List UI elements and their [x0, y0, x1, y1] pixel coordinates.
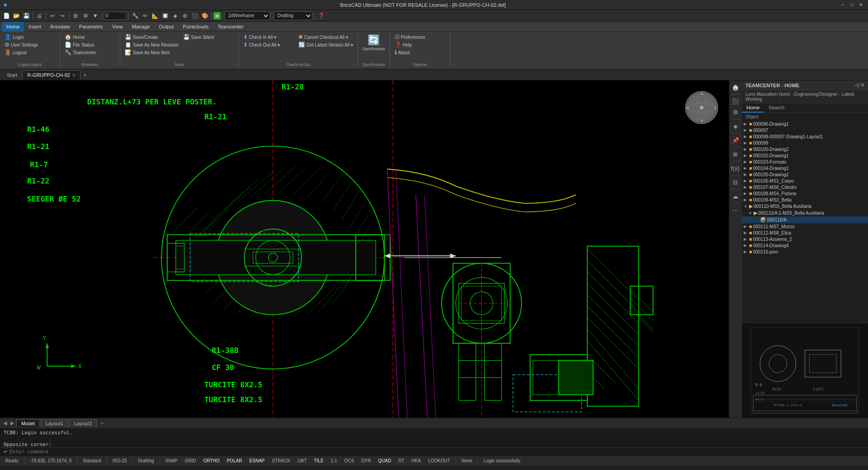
menu-teamcenter[interactable]: Teamcenter — [213, 22, 248, 32]
tc-item-000109[interactable]: ▶ ■ 000109-MS3_Bella — [742, 197, 868, 203]
command-input[interactable] — [9, 449, 864, 455]
more-tools-button[interactable]: ▼ — [91, 11, 100, 20]
help-btn[interactable]: ❓ — [316, 11, 326, 20]
tile-btn[interactable]: TILE — [312, 458, 325, 463]
synchronize-btn[interactable]: 🔄 Synchronize — [361, 33, 387, 52]
tools-4[interactable]: 🔲 — [160, 11, 170, 20]
tools-8[interactable]: 🎨 — [200, 11, 209, 20]
tools-2[interactable]: ✏ — [141, 11, 150, 20]
tc-tree-scroll[interactable]: ▶ ■ 000096-Drawing1 ▶ ■ 000097 ▶ ■ 00009… — [742, 121, 868, 323]
tc-item-000110-a1[interactable]: ▼ ▶ 000110/A:1-MS5_Bella Ausiliaria — [742, 210, 868, 216]
rt-pin-btn[interactable]: 📌 — [731, 135, 741, 145]
preferences-btn[interactable]: ☑ Preferences — [393, 33, 447, 41]
tc-item-000115[interactable]: ▶ ■ 000115-pino — [742, 249, 868, 255]
menu-annotate[interactable]: Annotate — [46, 22, 75, 32]
rt-layers-btn[interactable]: ⬛ — [731, 96, 741, 106]
tc-item-000102[interactable]: ▶ ■ 000102-Drawing1 — [742, 152, 868, 159]
save-button[interactable]: 💾 — [22, 11, 31, 20]
save-as-item-btn[interactable]: 📝 Save As New Item — [123, 49, 180, 56]
layout-add-button[interactable]: + — [98, 419, 106, 428]
rt-grid-btn[interactable]: ⊞ — [731, 149, 741, 159]
check-in-all-btn[interactable]: ⬇ Check In All ▾ — [241, 33, 296, 41]
tc-item-000105[interactable]: ▶ ■ 000105-Drawing2 — [742, 171, 868, 178]
tools-3[interactable]: 📐 — [151, 11, 160, 20]
tab-add-button[interactable]: + — [80, 70, 90, 80]
tc-item-000110-a-selected[interactable]: 📦 000110/A — [742, 216, 868, 223]
menu-parametric[interactable]: Parametric — [75, 22, 108, 32]
tools-1[interactable]: 🔧 — [131, 11, 140, 20]
standard-btn[interactable]: Standard — [81, 458, 103, 463]
close-button[interactable]: ✕ — [857, 1, 864, 9]
user-settings-btn[interactable]: ⚙ User Settings — [3, 41, 57, 48]
tc-item-000107[interactable]: ▶ ■ 000107-MS6_Cilindro — [742, 184, 868, 190]
tc-item-000103[interactable]: ▶ ■ 000103-Formato — [742, 159, 868, 165]
check-out-all-btn[interactable]: ⬆ Check Out All ▾ — [241, 41, 296, 48]
tab-r-gruppo-close[interactable]: ✕ — [72, 73, 75, 78]
snap-btn[interactable]: SNAP — [164, 458, 179, 463]
rt-table-btn[interactable]: ⊟ — [731, 177, 741, 187]
tools-7[interactable]: ⬛ — [190, 11, 199, 20]
about-btn[interactable]: ℹ About — [393, 49, 447, 56]
lookout-btn[interactable]: LOOKOUT — [426, 458, 452, 463]
settings-button[interactable]: ⚙ — [81, 11, 90, 20]
save-silent-btn[interactable]: 💾 Save Silent — [181, 33, 236, 41]
rt-settings-btn[interactable]: ⚙ — [731, 107, 741, 117]
drafting-selector[interactable]: Drafting 3D Modeling — [274, 11, 312, 20]
cad-viewport[interactable]: DISTANZ.L+73 PER LEVE POSTER. R1-21 R1-2… — [0, 80, 729, 418]
menu-home[interactable]: Home — [2, 22, 24, 32]
save-as-revision-btn[interactable]: 📋 Save As New Revision — [123, 41, 180, 48]
dyn-btn[interactable]: DYN — [359, 458, 373, 463]
snap-button[interactable]: ⊞ — [71, 11, 80, 20]
tc-item-000100[interactable]: ▶ ■ 000100-Drawing2 — [742, 146, 868, 152]
layer-input[interactable] — [104, 12, 127, 20]
new-button[interactable]: 📄 — [2, 11, 11, 20]
tc-item-000108[interactable]: ▶ ■ 000108-MS4_Pistone — [742, 190, 868, 197]
quad-btn[interactable]: QUAD — [376, 458, 393, 463]
undo-button[interactable]: ↩ — [48, 11, 57, 20]
tc-item-000113[interactable]: ▶ ■ 000113-Assieme_2 — [742, 236, 868, 242]
tc-item-000097[interactable]: ▶ ■ 000097 — [742, 127, 868, 133]
cancel-checkout-btn[interactable]: ✖ Cancel Checkout All ▾ — [297, 33, 355, 41]
restore-button[interactable]: □ — [848, 1, 855, 9]
tab-start[interactable]: Start — [2, 70, 22, 80]
polar-btn[interactable]: POLAR — [225, 458, 244, 463]
layout-next-btn[interactable]: ▶ — [9, 420, 15, 426]
scale-btn[interactable]: 1:1 — [329, 458, 339, 463]
tab-r-gruppo[interactable]: R-GRUPPO-CH-02 ✕ — [22, 70, 80, 80]
tc-item-000114[interactable]: ▶ ■ 000114-Drawing4 — [742, 242, 868, 249]
help-options-btn[interactable]: ❓ Help — [393, 41, 447, 48]
drafting-status-btn[interactable]: Drafting — [137, 458, 156, 463]
get-latest-btn[interactable]: 🔄 Get Latest Version All ▾ — [297, 41, 355, 48]
tc-item-000112[interactable]: ▶ ■ 000112-MS8_Elica — [742, 230, 868, 236]
view-selector[interactable]: 2dWireframe 3dWireframe Conceptual Reali… — [225, 11, 270, 20]
strack-btn[interactable]: STRACK — [270, 458, 292, 463]
menu-pointclouds[interactable]: Pointclouds — [179, 22, 213, 32]
viewcube[interactable]: N S E W — [684, 89, 720, 126]
menu-view[interactable]: View — [108, 22, 127, 32]
tools-5[interactable]: ◈ — [170, 11, 179, 20]
tc-item-000096[interactable]: ▶ ■ 000096-Drawing1 — [742, 121, 868, 127]
layout-tab-model[interactable]: Model — [16, 419, 40, 427]
ocs-btn[interactable]: OCS — [342, 458, 356, 463]
none-btn[interactable]: None — [460, 458, 474, 463]
layout-tab-layout1[interactable]: Layout1 — [41, 419, 68, 427]
rt-home-btn[interactable]: 🏠 — [731, 82, 741, 92]
file-status-btn[interactable]: 📄 File Status — [63, 41, 117, 48]
logout-btn[interactable]: 🚪 Logout — [3, 49, 57, 56]
grid-btn[interactable]: GRID — [183, 458, 198, 463]
minimize-button[interactable]: ─ — [839, 1, 846, 9]
layout-prev-btn[interactable]: ◀ — [2, 420, 8, 426]
open-button[interactable]: 📂 — [12, 11, 21, 20]
lwt-btn[interactable]: LWT — [296, 458, 308, 463]
tc-item-000098[interactable]: ▶ ■ 000098-000097-Drawing1-Layout1 — [742, 133, 868, 140]
tc-tab-home[interactable]: Home — [742, 103, 764, 113]
rt-cloud-btn[interactable]: ☁ — [731, 191, 741, 201]
layout-tab-layout2[interactable]: Layout2 — [69, 419, 97, 427]
tc-tab-search[interactable]: Search — [764, 103, 789, 113]
tc-expand-icon[interactable]: ◁ — [855, 82, 859, 88]
rt-status-btn[interactable]: RT — [396, 458, 406, 463]
save-create-btn[interactable]: 💾 Save/Create — [123, 33, 180, 41]
teamcenter-btn[interactable]: 🔧 Teamcenter — [63, 49, 117, 56]
menu-output[interactable]: Output — [155, 22, 179, 32]
iso25-btn[interactable]: ISO-25 — [111, 458, 129, 463]
